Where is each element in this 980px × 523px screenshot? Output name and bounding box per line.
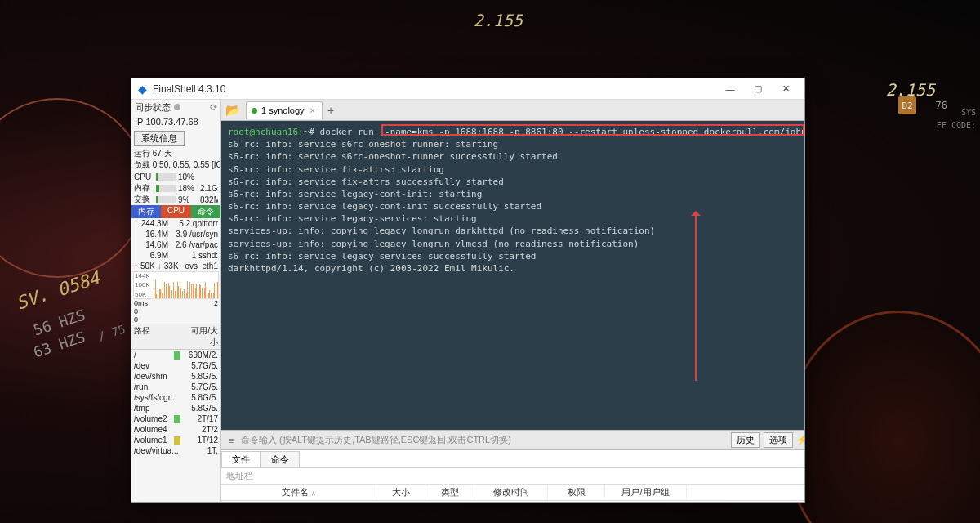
bg-hud-text: 76 bbox=[936, 100, 947, 111]
tab-label: 1 synology bbox=[261, 105, 305, 115]
col-filename[interactable]: 文件名∧ bbox=[221, 485, 376, 500]
path-row: /690M/2. bbox=[131, 350, 220, 360]
folder-icon[interactable]: 📂 bbox=[225, 102, 241, 118]
maximize-button[interactable]: ▢ bbox=[744, 78, 772, 100]
col-type[interactable]: 类型 bbox=[425, 485, 474, 500]
terminal-line: s6-rc: info: service fix-attrs successfu… bbox=[228, 176, 804, 188]
tab-close-icon[interactable]: × bbox=[309, 105, 317, 115]
proc-row: 16.4M3.9 /usr/syn bbox=[131, 229, 220, 239]
uptime-label: 运行 67 天 bbox=[131, 148, 220, 159]
minimize-button[interactable]: — bbox=[716, 78, 744, 100]
path-row: /dev5.7G/5. bbox=[131, 360, 220, 371]
proc-row: 244.3M5.2 qbittorr bbox=[131, 218, 220, 229]
bolt-icon[interactable]: ⚡ bbox=[796, 435, 804, 445]
arrow-annotation bbox=[695, 212, 697, 381]
path-row: /dev/shm5.8G/5. bbox=[131, 371, 220, 382]
path-row: /volume42T/2 bbox=[131, 424, 220, 435]
load-label: 负载 0.50, 0.55, 0.55 [IO: 0 bbox=[131, 159, 220, 171]
finalshell-window: ◆ FinalShell 4.3.10 — ▢ ✕ 同步状态 ⟳ IP 100.… bbox=[131, 78, 805, 503]
sidebar: 同步状态 ⟳ IP 100.73.47.68 系统信息 运行 67 天 负载 0… bbox=[131, 100, 221, 502]
tabbar: 📂 1 synology × + ▦ ≡ ⛶ bbox=[221, 100, 804, 121]
sysinfo-button[interactable]: 系统信息 bbox=[134, 131, 185, 146]
col-mtime[interactable]: 修改时间 bbox=[474, 485, 548, 500]
terminal-line: s6-rc: info: service legacy-cont-init: s… bbox=[228, 188, 804, 200]
ip-row: IP 100.73.47.68 bbox=[131, 114, 220, 129]
address-input[interactable]: 地址栏 bbox=[221, 470, 804, 482]
file-panel: 文件 命令 地址栏 历史 ⟳ ⤴ ⤵ 文件名∧ 大小 类型 修改时间 权限 用户… bbox=[221, 449, 804, 502]
path-row: /run5.7G/5. bbox=[131, 382, 220, 392]
sync-status: 同步状态 ⟳ bbox=[131, 100, 220, 114]
file-columns: 文件名∧ 大小 类型 修改时间 权限 用户/用户组 bbox=[221, 485, 804, 501]
proc-row: 14.6M2.6 /var/pac bbox=[131, 239, 220, 250]
bg-circle bbox=[784, 311, 980, 523]
path-row: /dev/virtua...1T, bbox=[131, 445, 220, 456]
path-row: /volume22T/17 bbox=[131, 413, 220, 424]
terminal-line: s6-rc: info: service fix-attrs: starting bbox=[228, 163, 804, 176]
bg-hud-text: FF CODE: bbox=[937, 121, 976, 130]
terminal-line: services-up: info: copying legacy longru… bbox=[228, 225, 804, 237]
proc-row: 6.9M1 sshd: bbox=[131, 250, 220, 261]
terminal-line: s6-rc: info: service s6rc-oneshot-runner… bbox=[228, 150, 804, 163]
terminal[interactable]: root@hchuan16:~# docker run --name=kms -… bbox=[221, 121, 804, 430]
terminal-line: s6-rc: info: service legacy-services suc… bbox=[228, 250, 804, 262]
bg-hud-text: SYS bbox=[961, 108, 976, 117]
terminal-line: s6-rc: info: service legacy-cont-init su… bbox=[228, 200, 804, 212]
status-dot-icon bbox=[252, 108, 257, 114]
col-size[interactable]: 大小 bbox=[376, 485, 425, 500]
history-button[interactable]: 历史 bbox=[731, 432, 760, 448]
titlebar[interactable]: ◆ FinalShell 4.3.10 — ▢ ✕ bbox=[131, 78, 804, 100]
path-row: /sys/fs/cgr...5.8G/5. bbox=[131, 392, 220, 403]
net-stats: ↑50K ↓33K ovs_eth1 bbox=[131, 261, 220, 271]
file-tab[interactable]: 文件 bbox=[221, 451, 261, 467]
cmd-tab[interactable]: 命令 bbox=[261, 451, 300, 467]
terminal-line: s6-rc: info: service s6rc-oneshot-runner… bbox=[228, 138, 804, 150]
bg-hud-badge: D2 bbox=[898, 96, 916, 114]
col-perm[interactable]: 权限 bbox=[548, 485, 605, 500]
session-tab[interactable]: 1 synology × bbox=[246, 101, 323, 119]
swap-usage: 交换 9% 832M/8. bbox=[131, 194, 220, 205]
close-button[interactable]: ✕ bbox=[772, 78, 800, 100]
command-input[interactable]: 命令输入 (按ALT键提示历史,TAB键路径,ESC键返回,双击CTRL切换) bbox=[241, 434, 728, 446]
window-title: FinalShell 4.3.10 bbox=[153, 83, 716, 95]
prompt-icon: ≡ bbox=[225, 436, 238, 445]
bg-circle bbox=[0, 98, 147, 278]
terminal-line: s6-rc: info: service legacy-services: st… bbox=[228, 212, 804, 225]
cpu-usage: CPU 10% bbox=[131, 171, 220, 182]
bg-hud-text: / 75 bbox=[96, 322, 127, 343]
bg-hud-text: 2.155 bbox=[474, 11, 523, 30]
path-header: 路径 可用/大小 bbox=[131, 324, 220, 350]
main-area: 📂 1 synology × + ▦ ≡ ⛶ root@hchuan16:~# … bbox=[221, 100, 804, 502]
command-bar: ≡ 命令输入 (按ALT键提示历史,TAB键路径,ESC键返回,双击CTRL切换… bbox=[221, 430, 804, 449]
options-button[interactable]: 选项 bbox=[764, 432, 793, 448]
path-row: /volume11T/12 bbox=[131, 435, 220, 445]
proc-header: 内存 CPU 命令 bbox=[131, 205, 220, 218]
app-icon: ◆ bbox=[136, 83, 148, 95]
latency-row: 0ms2 bbox=[131, 299, 220, 307]
net-chart: 144K 100K 50K bbox=[133, 271, 219, 299]
new-tab-button[interactable]: + bbox=[323, 104, 339, 117]
mem-usage: 内存 18% 2.1G/11. bbox=[131, 182, 220, 194]
highlight-annotation bbox=[381, 124, 804, 136]
path-row: /tmp5.8G/5. bbox=[131, 403, 220, 413]
col-owner[interactable]: 用户/用户组 bbox=[605, 485, 687, 500]
terminal-line: services-up: info: copying legacy longru… bbox=[228, 238, 804, 250]
status-dot-icon bbox=[174, 104, 180, 110]
terminal-line: darkhttpd/1.14, copyright (c) 2003-2022 … bbox=[228, 262, 804, 275]
